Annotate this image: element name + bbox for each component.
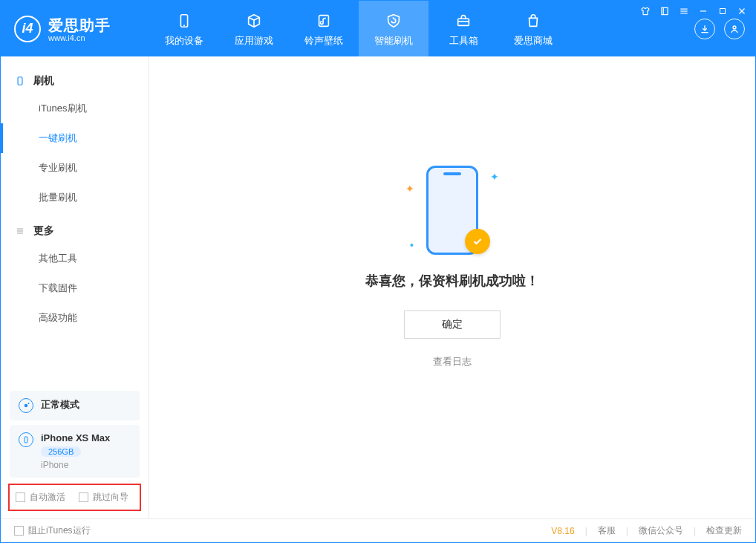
device-name: iPhone XS Max: [41, 432, 110, 443]
tab-label: 我的设备: [165, 34, 203, 48]
music-icon: [313, 10, 334, 31]
sidebar-item-label: 高级功能: [39, 312, 77, 323]
divider: |: [694, 526, 696, 536]
svg-rect-13: [458, 19, 469, 25]
group-title: 刷机: [33, 74, 54, 88]
sidebar-item-adv[interactable]: 高级功能: [1, 303, 149, 333]
sidebar-item-itunes[interactable]: iTunes刷机: [1, 94, 149, 123]
view-log-link[interactable]: 查看日志: [433, 355, 472, 368]
group-title: 更多: [33, 224, 54, 238]
svg-rect-0: [662, 7, 668, 14]
sparkle-icon: •: [410, 239, 414, 251]
header-tabs: 我的设备 应用游戏 铃声壁纸 智能刷机 工具箱 爱思商城: [149, 1, 568, 56]
menu-icon[interactable]: [678, 5, 690, 17]
checkbox-skip-guide[interactable]: 跳过向导: [79, 491, 128, 504]
svg-point-15: [733, 26, 736, 29]
divider: |: [626, 526, 628, 536]
shirt-icon[interactable]: [639, 5, 651, 17]
refresh-shield-icon: [383, 10, 404, 31]
checkbox-label: 阻止iTunes运行: [28, 524, 91, 537]
sidebar-item-onekey[interactable]: 一键刷机: [1, 123, 149, 153]
svg-rect-6: [720, 9, 726, 14]
mode-icon: [19, 398, 33, 413]
device-capacity: 256GB: [41, 446, 81, 457]
sidebar-item-label: 批量刷机: [39, 192, 77, 203]
svg-rect-22: [25, 437, 27, 443]
book-icon[interactable]: [659, 5, 671, 17]
checkbox-label: 自动激活: [30, 491, 65, 504]
checkbox-icon: [79, 492, 88, 502]
checkbox-icon: [16, 492, 25, 502]
checkbox-block-itunes[interactable]: 阻止iTunes运行: [14, 524, 91, 537]
svg-point-20: [25, 405, 27, 407]
body: 刷机 iTunes刷机 一键刷机 专业刷机 批量刷机 更多 其他工具 下载固件 …: [1, 56, 755, 518]
list-icon: [14, 225, 26, 237]
logo-text: 爱思助手 www.i4.cn: [48, 16, 111, 42]
user-button[interactable]: [724, 19, 745, 39]
svg-point-21: [28, 403, 30, 404]
tab-device[interactable]: 我的设备: [149, 1, 219, 56]
tab-flash[interactable]: 智能刷机: [359, 1, 428, 56]
tab-label: 铃声壁纸: [304, 34, 343, 48]
app-url: www.i4.cn: [48, 33, 111, 42]
device-sub: iPhone: [41, 460, 110, 470]
sidebar-item-fw[interactable]: 下载固件: [1, 273, 149, 303]
mode-card[interactable]: 正常模式: [10, 391, 140, 420]
divider: |: [585, 526, 587, 536]
tab-label: 工具箱: [449, 34, 478, 48]
sidebar-item-label: 下载固件: [39, 282, 77, 293]
toolbox-icon: [453, 10, 474, 31]
sidebar-item-batch[interactable]: 批量刷机: [1, 183, 149, 212]
sidebar-item-pro[interactable]: 专业刷机: [1, 153, 149, 183]
tab-label: 应用游戏: [235, 34, 273, 48]
app-name: 爱思助手: [48, 16, 111, 36]
phone-icon: [14, 75, 26, 87]
device-icon: [19, 432, 33, 447]
tab-apps[interactable]: 应用游戏: [219, 1, 289, 56]
sidebar: 刷机 iTunes刷机 一键刷机 专业刷机 批量刷机 更多 其他工具 下载固件 …: [1, 56, 149, 518]
sidebar-item-label: iTunes刷机: [39, 103, 87, 114]
download-button[interactable]: [694, 19, 715, 39]
ok-button[interactable]: 确定: [404, 310, 501, 339]
sidebar-item-label: 专业刷机: [39, 162, 77, 173]
window-controls: [639, 5, 748, 17]
success-text: 恭喜您，保资料刷机成功啦！: [365, 272, 539, 290]
checkbox-auto-activate[interactable]: 自动激活: [16, 491, 65, 504]
svg-rect-16: [18, 77, 22, 85]
checkbox-label: 跳过向导: [93, 491, 128, 504]
sidebar-group-more: 更多: [1, 212, 149, 244]
app-window: i4 爱思助手 www.i4.cn 我的设备 应用游戏 铃声壁纸 智能刷机: [0, 0, 756, 543]
minimize-button[interactable]: [697, 5, 709, 17]
service-link[interactable]: 客服: [598, 524, 616, 537]
sidebar-group-flash: 刷机: [1, 62, 149, 94]
success-illustration: ✦ ✦ •: [404, 162, 501, 259]
tab-label: 爱思商城: [514, 34, 553, 48]
sidebar-scroll: 刷机 iTunes刷机 一键刷机 专业刷机 批量刷机 更多 其他工具 下载固件 …: [1, 56, 149, 386]
sparkle-icon: ✦: [405, 183, 414, 195]
sidebar-item-label: 其他工具: [39, 253, 77, 264]
status-right: V8.16 | 客服 | 微信公众号 | 检查更新: [551, 524, 742, 537]
logo[interactable]: i4 爱思助手 www.i4.cn: [1, 16, 149, 42]
bottom-check-row: 自动激活 跳过向导: [8, 484, 141, 511]
wechat-link[interactable]: 微信公众号: [639, 524, 683, 537]
device-info: iPhone XS Max 256GB iPhone: [41, 432, 110, 470]
tab-ring[interactable]: 铃声壁纸: [289, 1, 359, 56]
maximize-button[interactable]: [717, 5, 729, 17]
sidebar-item-label: 一键刷机: [39, 132, 77, 143]
header-right: [694, 19, 755, 39]
tab-tools[interactable]: 工具箱: [428, 1, 498, 56]
mode-label: 正常模式: [41, 398, 79, 412]
sidebar-bottom: 正常模式 iPhone XS Max 256GB iPhone 自动激活: [1, 386, 149, 518]
logo-icon: i4: [14, 16, 41, 42]
version-label: V8.16: [551, 526, 574, 536]
sidebar-item-other[interactable]: 其他工具: [1, 244, 149, 273]
svg-rect-12: [319, 15, 329, 26]
phone-icon: [174, 10, 195, 31]
update-link[interactable]: 检查更新: [706, 524, 742, 537]
device-card[interactable]: iPhone XS Max 256GB iPhone: [10, 425, 140, 478]
close-button[interactable]: [736, 5, 748, 17]
tab-store[interactable]: 爱思商城: [498, 1, 568, 56]
tab-label: 智能刷机: [374, 34, 413, 48]
cube-icon: [244, 10, 264, 31]
checkbox-icon: [14, 526, 24, 536]
